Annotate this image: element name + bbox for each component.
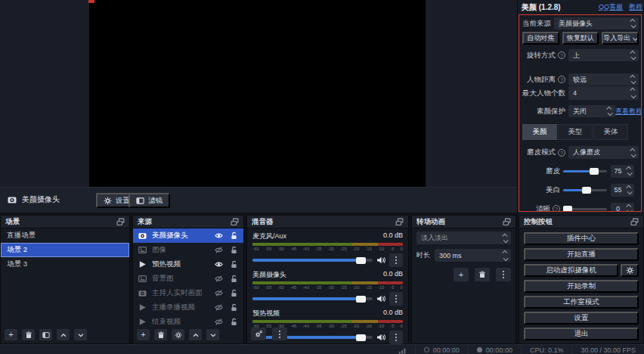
source-row[interactable]: 主持人实时画面 (133, 286, 243, 300)
lock-icon[interactable] (230, 246, 238, 254)
restore-default-button[interactable]: 恢复默认 (562, 32, 599, 45)
person-distance-select[interactable]: 较远 (568, 73, 639, 85)
transition-select[interactable]: 淡入淡出 (416, 231, 511, 244)
scene-row-selected[interactable]: 场景 2 (1, 243, 129, 257)
help-icon[interactable]: ? (558, 76, 565, 83)
add-scene-button[interactable]: + (5, 329, 17, 340)
speaker-icon[interactable] (376, 294, 385, 303)
slider-handle[interactable] (563, 206, 572, 213)
remove-transition-button[interactable] (475, 268, 490, 281)
source-filters-button[interactable]: 滤镜 (128, 193, 170, 208)
spinner-icon[interactable] (625, 166, 633, 175)
transition-menu-button[interactable] (496, 268, 511, 281)
whiten-value-box[interactable]: 55 (611, 184, 634, 197)
eye-off-icon[interactable] (215, 289, 223, 297)
lock-icon[interactable] (230, 231, 238, 240)
clarity-slider[interactable] (563, 208, 607, 210)
spinner-icon[interactable] (605, 107, 613, 116)
spinner-icon[interactable] (629, 75, 636, 84)
add-transition-button[interactable]: + (454, 268, 469, 281)
start-virtual-camera-button[interactable]: 启动虚拟摄像机 (524, 264, 618, 277)
popout-icon[interactable] (503, 218, 511, 226)
smooth-mode-select[interactable]: 人像磨皮 (568, 146, 639, 159)
source-row[interactable]: 主播录播视频 (133, 300, 243, 315)
eye-off-icon[interactable] (215, 275, 223, 283)
source-row[interactable]: 图像 (133, 243, 243, 257)
source-row[interactable]: 预热视频 (133, 257, 243, 272)
slider-handle[interactable] (356, 296, 366, 303)
move-scene-down-button[interactable] (74, 329, 87, 340)
move-scene-up-button[interactable] (57, 329, 70, 340)
speaker-icon[interactable] (376, 256, 385, 265)
tab-body[interactable]: 美体 (593, 124, 628, 140)
smooth-slider[interactable] (563, 170, 607, 172)
scene-row[interactable]: 直播场景 (1, 228, 129, 243)
spinner-icon[interactable] (629, 88, 636, 98)
tutorial-link[interactable]: 教程 (629, 2, 642, 12)
source-properties-button[interactable] (172, 329, 184, 340)
spinner-icon[interactable] (501, 250, 509, 261)
plugin-center-button[interactable]: 插件中心 (524, 232, 639, 245)
smooth-value-box[interactable]: 75 (611, 165, 634, 178)
speaker-icon[interactable] (376, 333, 385, 342)
tab-beauty[interactable]: 美颜 (522, 124, 557, 140)
add-source-button[interactable]: + (137, 329, 150, 340)
help-icon[interactable]: ? (558, 51, 565, 59)
eye-icon[interactable] (215, 231, 223, 240)
eye-off-icon[interactable] (215, 303, 223, 312)
spinner-icon[interactable] (501, 234, 509, 243)
channel-menu-button[interactable] (389, 292, 403, 306)
clarity-value-box[interactable]: 0 (611, 203, 634, 213)
spinner-icon[interactable] (625, 185, 633, 194)
scene-filters-button[interactable] (39, 329, 52, 340)
virtual-camera-settings-button[interactable] (621, 264, 639, 277)
advanced-audio-button[interactable] (251, 328, 266, 340)
start-streaming-button[interactable]: 开始直播 (524, 248, 639, 261)
settings-button[interactable]: 设置 (524, 312, 639, 324)
lock-icon[interactable] (230, 289, 238, 297)
popout-icon[interactable] (116, 218, 125, 226)
volume-slider[interactable] (252, 297, 373, 300)
spinner-icon[interactable] (625, 204, 633, 212)
tab-reshape[interactable]: 美型 (558, 124, 593, 140)
lock-icon[interactable] (230, 303, 238, 312)
channel-menu-button[interactable] (389, 331, 403, 344)
rotate-mode-select[interactable]: 上 (568, 49, 639, 61)
source-row[interactable]: 结束视频 (133, 315, 243, 329)
duration-stepper[interactable]: 300 ms (435, 249, 511, 262)
current-source-select[interactable]: 美颜摄像头 (554, 17, 639, 30)
source-selection-handle[interactable] (88, 0, 94, 3)
slider-handle[interactable] (356, 334, 366, 341)
lock-icon[interactable] (230, 318, 238, 326)
slider-handle[interactable] (590, 168, 599, 175)
popout-icon[interactable] (395, 218, 404, 226)
lock-icon[interactable] (230, 260, 238, 269)
eye-off-icon[interactable] (215, 318, 223, 326)
autofocus-button[interactable]: 自动对焦 (522, 32, 559, 45)
import-export-button[interactable]: 导入导出 (602, 32, 639, 45)
lock-icon[interactable] (230, 275, 238, 283)
remove-source-button[interactable] (154, 329, 167, 340)
popout-icon[interactable] (630, 218, 639, 226)
remove-scene-button[interactable] (22, 329, 35, 340)
start-recording-button[interactable]: 开始录制 (524, 280, 639, 293)
move-source-down-button[interactable] (206, 329, 219, 340)
max-people-stepper[interactable]: 4 (568, 86, 639, 100)
scene-row[interactable]: 场景 3 (1, 257, 129, 272)
spinner-icon[interactable] (629, 19, 636, 28)
video-canvas[interactable] (89, 0, 426, 187)
exit-button[interactable]: 退出 (524, 328, 639, 340)
volume-slider[interactable] (252, 259, 373, 262)
source-row[interactable]: 背景图 (133, 272, 243, 286)
eye-off-icon[interactable] (215, 246, 223, 254)
mixer-menu-button[interactable] (272, 328, 287, 340)
help-icon[interactable]: ? (553, 205, 560, 212)
move-source-up-button[interactable] (189, 329, 202, 340)
spinner-icon[interactable] (629, 51, 636, 60)
help-icon[interactable]: ? (558, 149, 565, 157)
popout-icon[interactable] (231, 218, 239, 226)
qq-support-link[interactable]: QQ客服 (599, 2, 623, 12)
studio-mode-button[interactable]: 工作室模式 (524, 296, 639, 309)
whiten-slider[interactable] (563, 189, 607, 191)
eye-icon[interactable] (215, 260, 223, 269)
